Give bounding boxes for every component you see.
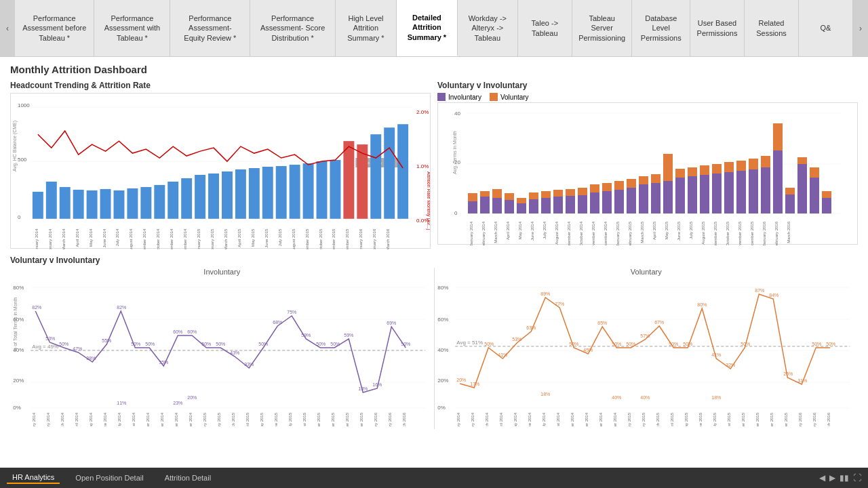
svg-text:50%: 50% xyxy=(401,342,410,346)
svg-rect-123 xyxy=(761,167,770,214)
main-content: Monthly Attrition Dashboard Headcount Tr… xyxy=(0,57,868,468)
svg-rect-127 xyxy=(785,195,795,214)
svg-text:May 2014: May 2014 xyxy=(89,412,93,426)
tab-detailed-attrition[interactable]: Detailed Attrition Summary * xyxy=(397,0,458,56)
svg-text:November 2015: November 2015 xyxy=(770,412,774,426)
svg-text:0%: 0% xyxy=(13,405,21,411)
tab-qa[interactable]: Q& xyxy=(799,0,853,56)
svg-text:March 2014: March 2014 xyxy=(485,412,489,426)
bottom-tab-hr-analytics[interactable]: HR Analytics xyxy=(7,472,60,484)
svg-text:May 2014: May 2014 xyxy=(513,412,517,426)
tab-performance-score[interactable]: Performance Assessment- Score Distributi… xyxy=(250,0,336,56)
tab-user-permissions[interactable]: User Based Permissions xyxy=(690,0,745,56)
svg-text:0: 0 xyxy=(18,214,21,220)
svg-text:September 2015: September 2015 xyxy=(305,228,309,249)
nav-left-icon[interactable]: ◀ xyxy=(819,473,825,483)
svg-text:11%: 11% xyxy=(117,401,126,405)
svg-rect-101 xyxy=(627,188,636,214)
svg-text:53%: 53% xyxy=(512,337,521,342)
vol-inv-chart[interactable]: 40 20 0 Avg. Terms in Month xyxy=(437,102,858,245)
vol-inv-chart-title: Voluntary v Involuntary xyxy=(437,81,858,90)
svg-rect-129 xyxy=(797,164,807,214)
svg-rect-35 xyxy=(330,160,340,219)
svg-rect-19 xyxy=(114,190,125,219)
svg-text:50%: 50% xyxy=(626,342,635,346)
svg-rect-78 xyxy=(480,191,490,197)
nav-right-icon[interactable]: ▶ xyxy=(829,473,835,483)
svg-rect-81 xyxy=(505,200,514,214)
svg-text:60%: 60% xyxy=(437,317,448,323)
svg-text:July 2014: July 2014 xyxy=(115,228,119,246)
svg-text:March 2015: March 2015 xyxy=(231,412,235,426)
tab-prev-button[interactable]: ‹ xyxy=(0,0,15,56)
svg-text:69%: 69% xyxy=(387,321,396,325)
svg-text:45%: 45% xyxy=(583,348,593,352)
svg-text:June 2014: June 2014 xyxy=(528,412,532,426)
svg-text:67%: 67% xyxy=(654,320,664,325)
svg-text:February 2015: February 2015 xyxy=(628,221,632,245)
svg-text:December 2014: December 2014 xyxy=(604,221,608,245)
svg-text:June 2015: June 2015 xyxy=(274,412,278,426)
svg-text:0: 0 xyxy=(454,210,458,216)
voluntary-legend-item: Voluntary xyxy=(490,93,529,101)
svg-text:41%: 41% xyxy=(498,352,507,357)
svg-text:April 2014: April 2014 xyxy=(75,412,79,426)
tab-performance-with[interactable]: Performance Assessment with Tableau * xyxy=(94,0,170,56)
tab-workday[interactable]: Workday -> Alteryx -> Tableau xyxy=(458,0,518,56)
tab-related-sessions[interactable]: Related Sessions xyxy=(745,0,799,56)
fullscreen-icon[interactable]: ⛶ xyxy=(853,473,861,483)
svg-text:August 2014: August 2014 xyxy=(556,412,560,426)
tab-next-button[interactable]: › xyxy=(853,0,868,56)
headcount-chart[interactable]: 1000 500 0 Avg. HC Balance (CME) 2.0% 1.… xyxy=(10,93,431,249)
svg-text:May 2014: May 2014 xyxy=(89,228,93,247)
svg-text:40%: 40% xyxy=(612,395,621,400)
bottom-tab-attrition-detail[interactable]: Attrition Detail xyxy=(159,472,216,483)
svg-rect-132 xyxy=(810,167,819,178)
svg-text:January 2015: January 2015 xyxy=(616,221,620,245)
svg-rect-100 xyxy=(614,181,624,190)
tab-database-permissions[interactable]: Database Level Permissions xyxy=(632,0,690,56)
svg-text:50%: 50% xyxy=(826,342,835,346)
svg-text:November 2014: November 2014 xyxy=(174,412,178,426)
svg-rect-122 xyxy=(749,159,758,169)
tab-high-level[interactable]: High Level Attrition Summary * xyxy=(336,0,397,56)
svg-rect-23 xyxy=(167,182,178,219)
svg-text:June 2014: June 2014 xyxy=(103,412,107,426)
svg-rect-32 xyxy=(290,165,300,219)
tab-performance-before[interactable]: Performance Assessment before Tableau * xyxy=(15,0,94,56)
svg-text:50%: 50% xyxy=(484,342,494,346)
bottom-section: Voluntary v Involuntary Involuntary 80% … xyxy=(10,256,858,429)
svg-rect-131 xyxy=(810,178,819,214)
svg-rect-95 xyxy=(590,192,599,214)
svg-text:January 2016: January 2016 xyxy=(762,221,766,245)
tab-performance-equity[interactable]: Performance Assessment- Equity Review * xyxy=(170,0,250,56)
svg-text:77%: 77% xyxy=(555,302,564,306)
svg-text:January 2015: January 2015 xyxy=(197,228,201,249)
svg-text:August 2015: August 2015 xyxy=(727,412,731,426)
involuntary-legend-label: Involuntary xyxy=(448,94,481,101)
svg-text:60%: 60% xyxy=(173,329,182,334)
svg-rect-128 xyxy=(785,188,795,195)
svg-text:May 2015: May 2015 xyxy=(260,412,264,426)
svg-text:March 2015: March 2015 xyxy=(656,412,660,426)
pause-icon[interactable]: ▮▮ xyxy=(840,473,849,483)
bottom-tab-open-position[interactable]: Open Position Detail xyxy=(70,472,149,483)
svg-text:84%: 84% xyxy=(769,293,778,298)
svg-text:June 2015: June 2015 xyxy=(677,221,681,241)
svg-rect-109 xyxy=(675,178,685,214)
svg-text:February 2016: February 2016 xyxy=(812,412,816,426)
svg-rect-36 xyxy=(343,141,354,219)
svg-rect-121 xyxy=(749,169,758,214)
svg-text:60%: 60% xyxy=(187,329,197,334)
svg-text:47%: 47% xyxy=(73,346,82,351)
svg-text:March 2016: March 2016 xyxy=(402,412,406,426)
svg-rect-105 xyxy=(651,183,660,214)
svg-text:41%: 41% xyxy=(711,352,721,357)
svg-text:59%: 59% xyxy=(344,333,353,338)
headcount-chart-section: Headcount Trending & Attrition Rate 1000… xyxy=(10,81,431,249)
tab-tableau-server[interactable]: Tableau Server Permissioning xyxy=(572,0,633,56)
svg-rect-86 xyxy=(529,192,538,199)
svg-text:March 2015: March 2015 xyxy=(224,228,228,249)
svg-rect-108 xyxy=(663,154,673,181)
tab-taleo[interactable]: Taleo -> Tableau xyxy=(518,0,572,56)
